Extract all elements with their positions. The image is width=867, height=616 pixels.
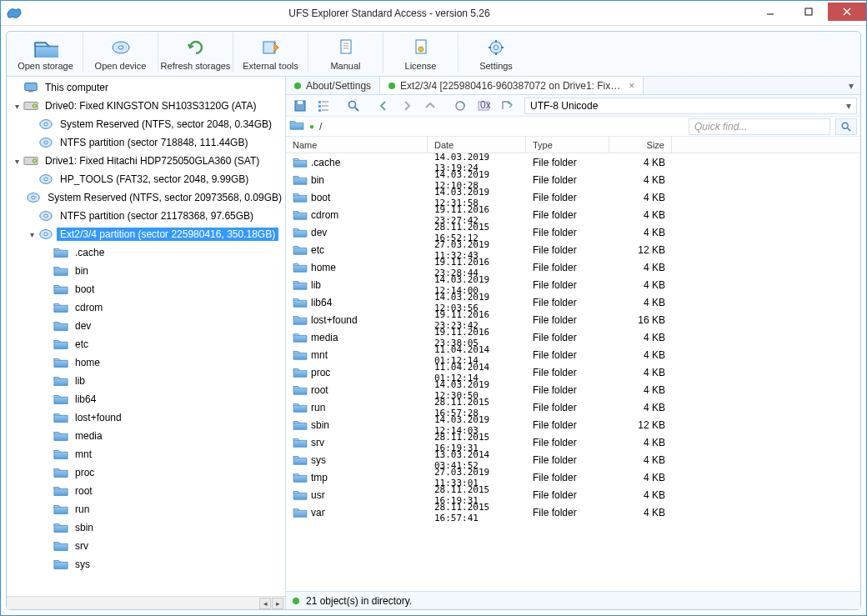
tree-item[interactable]: System Reserved (NTFS, sector 20973568, … (7, 188, 285, 207)
tool-open-device[interactable]: Open device (83, 31, 158, 73)
file-row[interactable]: var28.11.2015 16:57:41File folder4 KB (286, 503, 860, 521)
tree-item[interactable]: .cache (7, 243, 285, 262)
tree-item[interactable]: ▾Drive0: Fixed KINGSTON SH103S3120G (ATA… (7, 97, 285, 115)
file-size: 4 KB (609, 472, 672, 483)
minimize-button[interactable] (751, 3, 789, 21)
tree-item[interactable]: etc (7, 335, 285, 353)
column-headers[interactable]: Name Date Type Size (286, 137, 860, 153)
tree-item[interactable]: This computer (7, 78, 285, 97)
tree-item[interactable]: ▾Drive1: Fixed Hitachi HDP725050GLA360 (… (7, 152, 285, 170)
file-row[interactable]: cdrom19.11.2016 23:27:42File folder4 KB (286, 206, 860, 223)
file-row[interactable]: lost+found19.11.2016 23:23:42File folder… (286, 311, 860, 328)
tree-item[interactable]: run (7, 500, 285, 518)
file-row[interactable]: .cache14.03.2019 13:19:24File folder4 KB (286, 153, 860, 171)
nav-forward-button[interactable] (396, 97, 418, 115)
tool-license[interactable]: License (383, 31, 459, 73)
tree-item[interactable]: root (7, 482, 285, 500)
file-row[interactable]: srv28.11.2015 16:19:31File folder4 KB (286, 433, 860, 451)
tree-item[interactable]: bin (7, 262, 285, 280)
file-row[interactable]: dev28.11.2015 16:52:12File folder4 KB (286, 223, 860, 241)
file-row[interactable]: mnt11.04.2014 01:12:14File folder4 KB (286, 346, 860, 363)
tree-view-button[interactable] (313, 97, 334, 115)
file-row[interactable]: root14.03.2019 12:30:50File folder4 KB (286, 381, 860, 398)
file-row[interactable]: run28.11.2015 16:57:28File folder4 KB (286, 398, 860, 416)
nav-up-button[interactable] (419, 97, 441, 115)
column-date[interactable]: Date (428, 137, 526, 153)
save-button[interactable] (289, 97, 311, 115)
tool-manual[interactable]: Manual (308, 31, 383, 73)
file-row[interactable]: bin14.03.2019 12:10:28File folder4 KB (286, 171, 860, 188)
quick-find-input[interactable]: Quick find... (689, 118, 830, 135)
column-size[interactable]: Size (609, 137, 672, 153)
storage-tree[interactable]: This computer▾Drive0: Fixed KINGSTON SH1… (7, 77, 285, 596)
tree-item[interactable]: lib (7, 372, 285, 390)
tree-item[interactable]: proc (7, 463, 285, 482)
tree-twisty-icon[interactable]: ▾ (25, 230, 38, 239)
tree-item[interactable]: sys (7, 555, 285, 573)
tree-item[interactable]: System Reserved (NTFS, sector 2048, 0.34… (7, 115, 285, 133)
file-row[interactable]: usr28.11.2015 16:19:31File folder4 KB (286, 486, 860, 503)
file-list[interactable]: .cache14.03.2019 13:19:24File folder4 KB… (286, 153, 860, 591)
tree-item[interactable]: dev (7, 317, 285, 335)
tree-node-icon (53, 521, 68, 534)
file-row[interactable]: boot14.03.2019 12:31:58File folder4 KB (286, 188, 860, 206)
column-type[interactable]: Type (526, 137, 609, 153)
folder-icon (293, 227, 308, 238)
tree-twisty-icon[interactable]: ▾ (10, 157, 23, 166)
tree-item[interactable]: sbin (7, 518, 285, 537)
window-title: UFS Explorer Standard Access - version 5… (28, 8, 751, 19)
tab-overflow-icon[interactable]: ▾ (842, 77, 860, 94)
scan-button[interactable] (449, 97, 471, 115)
tree-item[interactable]: cdrom (7, 298, 285, 317)
maximize-button[interactable] (789, 3, 828, 21)
tree-item[interactable]: NTFS partition (sector 718848, 111.44GB) (7, 133, 285, 152)
tree-item[interactable]: lost+found (7, 408, 285, 427)
tree-twisty-icon[interactable]: ▾ (10, 102, 23, 111)
tab-about[interactable]: About/Settings (286, 77, 380, 94)
search-button[interactable] (835, 118, 857, 135)
find-button[interactable] (343, 97, 364, 115)
tree-item[interactable]: HP_TOOLS (FAT32, sector 2048, 9.99GB) (7, 170, 285, 188)
file-row[interactable]: media19.11.2016 23:38:05File folder4 KB (286, 328, 860, 346)
file-row[interactable]: sbin14.03.2019 12:14:03File folder12 KB (286, 416, 860, 433)
tree-horizontal-scroll[interactable]: ◂ ▸ (7, 596, 285, 609)
nav-back-button[interactable] (373, 97, 394, 115)
external-tools-icon (258, 38, 283, 58)
file-row[interactable]: lib6414.03.2019 12:03:56File folder4 KB (286, 293, 860, 311)
file-type: File folder (526, 192, 609, 203)
tab-filesystem[interactable]: Ext2/3/4 [225980416-960387072 on Drive1:… (380, 77, 644, 94)
file-row[interactable]: etc27.03.2019 11:32:43File folder12 KB (286, 241, 860, 258)
encoding-select[interactable]: UTF-8 Unicode ▾ (524, 98, 857, 114)
breadcrumb[interactable]: ● / (309, 121, 684, 133)
file-row[interactable]: home19.11.2016 23:28:44File folder4 KB (286, 258, 860, 276)
export-button[interactable] (496, 97, 518, 115)
close-button[interactable] (828, 3, 866, 21)
tool-external-tools[interactable]: External tools (233, 31, 308, 73)
scroll-left-icon[interactable]: ◂ (259, 598, 271, 609)
tree-item-label: home (72, 356, 103, 369)
file-name: etc (311, 244, 324, 256)
file-size: 4 KB (609, 349, 672, 361)
tree-item[interactable]: NTFS partition (sector 21178368, 97.65GB… (7, 207, 285, 225)
tree-item[interactable]: boot (7, 280, 285, 298)
tree-item[interactable]: media (7, 427, 285, 445)
file-row[interactable]: lib14.03.2019 12:14:00File folder4 KB (286, 276, 860, 293)
file-row[interactable]: sys13.03.2014 03:41:52File folder4 KB (286, 451, 860, 468)
tree-item[interactable]: srv (7, 537, 285, 555)
tab-close-icon[interactable]: × (625, 80, 634, 92)
file-row[interactable]: tmp27.03.2019 11:33:01File folder4 KB (286, 468, 860, 486)
tool-open-storage[interactable]: Open storage (8, 31, 83, 73)
hex-button[interactable]: 0x (473, 97, 494, 115)
tree-item[interactable]: home (7, 353, 285, 372)
file-type: File folder (526, 227, 609, 238)
tool-settings[interactable]: Settings (459, 31, 534, 73)
tree-item[interactable]: mnt (7, 445, 285, 463)
tree-item[interactable]: lib64 (7, 390, 285, 408)
scroll-right-icon[interactable]: ▸ (272, 598, 283, 609)
tool-refresh-storages[interactable]: Refresh storages (158, 31, 233, 73)
column-name[interactable]: Name (286, 137, 428, 153)
file-row[interactable]: proc11.04.2014 01:12:14File folder4 KB (286, 363, 860, 381)
tool-label: Settings (479, 61, 513, 71)
tree-item-label: cdrom (72, 301, 106, 314)
tree-item[interactable]: ▾Ext2/3/4 partition (sector 225980416, 3… (7, 225, 285, 243)
